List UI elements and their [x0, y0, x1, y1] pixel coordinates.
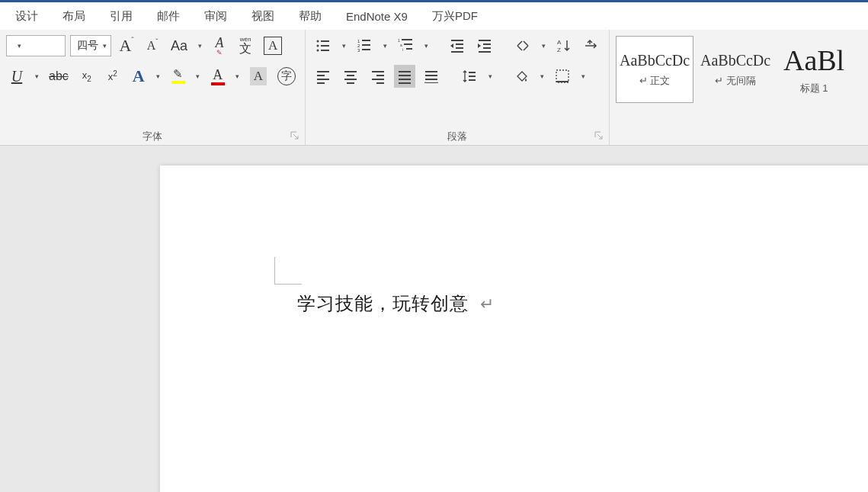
change-case-dropdown[interactable]: ▾	[195, 34, 204, 57]
borders-button[interactable]	[551, 65, 574, 88]
underline-icon: U	[11, 68, 22, 85]
font-color-icon: A	[211, 68, 225, 85]
bullets-dropdown[interactable]: ▾	[339, 34, 348, 57]
style-preview: AaBl	[783, 43, 844, 77]
font-size-value: 四号	[77, 39, 98, 53]
underline-dropdown[interactable]: ▾	[32, 65, 41, 88]
char-border-button[interactable]: A	[261, 34, 285, 57]
menu-help[interactable]: 帮助	[287, 5, 334, 28]
svg-rect-43	[399, 82, 411, 84]
menu-wanxingpdf[interactable]: 万兴PDF	[420, 5, 490, 28]
decrease-indent-button[interactable]	[446, 34, 469, 57]
svg-rect-9	[362, 44, 370, 46]
align-left-button[interactable]	[312, 65, 335, 88]
borders-dropdown[interactable]: ▾	[578, 65, 588, 88]
document-workspace[interactable]: 学习技能，玩转创意 ↵	[0, 146, 868, 492]
menu-layout[interactable]: 布局	[50, 5, 98, 28]
svg-rect-42	[399, 79, 411, 80]
svg-rect-35	[347, 82, 354, 84]
paragraph-dialog-launcher[interactable]	[594, 130, 604, 141]
char-shading-button[interactable]: A	[247, 65, 270, 88]
numbering-button[interactable]: 123	[353, 34, 376, 57]
multilevel-dropdown[interactable]: ▾	[421, 34, 431, 57]
margin-corner-mark	[274, 257, 302, 285]
style-preview: AaBbCcDc	[620, 52, 690, 69]
numbering-dropdown[interactable]: ▾	[380, 34, 389, 57]
font-color-button[interactable]: A	[207, 65, 229, 88]
justify-button[interactable]	[394, 65, 415, 88]
font-size-combo[interactable]: 四号 ▾	[70, 35, 111, 56]
svg-rect-39	[376, 82, 384, 84]
shading-dropdown[interactable]: ▾	[537, 65, 546, 88]
menu-mailings[interactable]: 邮件	[145, 5, 192, 28]
bullets-button[interactable]	[312, 34, 335, 57]
highlight-button[interactable]: ✎	[168, 65, 189, 88]
shrink-font-button[interactable]: Aˇ	[142, 34, 163, 57]
change-case-label: Aa	[171, 38, 187, 54]
align-center-icon	[342, 68, 359, 85]
line-spacing-dropdown[interactable]: ▾	[485, 65, 495, 88]
strikethrough-button[interactable]: abc	[46, 65, 72, 88]
sort-button[interactable]: AZ	[553, 34, 575, 57]
text-effects-dropdown[interactable]: ▾	[154, 65, 163, 88]
svg-rect-23	[483, 43, 491, 45]
clear-formatting-button[interactable]: A ✎	[209, 34, 230, 57]
font-color-dropdown[interactable]: ▾	[233, 65, 242, 88]
increase-indent-button[interactable]	[473, 34, 496, 57]
svg-rect-3	[321, 45, 329, 47]
asian-layout-button[interactable]	[511, 34, 534, 57]
paragraph-mark-icon: ↵	[480, 294, 495, 314]
svg-rect-31	[317, 82, 325, 84]
svg-rect-52	[556, 81, 569, 82]
svg-text:i: i	[402, 47, 403, 52]
svg-rect-30	[317, 79, 329, 80]
svg-text:A: A	[557, 39, 562, 46]
highlight-dropdown[interactable]: ▾	[194, 65, 203, 88]
grow-font-button[interactable]: Aˆ	[116, 34, 137, 57]
asian-layout-dropdown[interactable]: ▾	[539, 34, 548, 57]
menu-references[interactable]: 引用	[98, 5, 145, 28]
svg-rect-40	[399, 71, 411, 72]
superscript-button[interactable]: x2	[102, 65, 123, 88]
superscript-icon: x2	[108, 69, 117, 82]
svg-rect-25	[479, 51, 491, 53]
svg-rect-28	[317, 71, 329, 72]
change-case-button[interactable]: Aa	[168, 34, 191, 57]
document-page[interactable]: 学习技能，玩转创意 ↵	[160, 166, 868, 492]
enclose-char-icon: 字	[277, 67, 296, 85]
multilevel-list-button[interactable]: 1ai	[394, 34, 417, 57]
svg-rect-19	[456, 43, 463, 45]
menu-review[interactable]: 审阅	[192, 5, 239, 28]
document-body-text[interactable]: 学习技能，玩转创意 ↵	[297, 291, 495, 316]
ruby-base: 文	[239, 43, 251, 55]
menu-endnote[interactable]: EndNote X9	[334, 5, 420, 27]
enclose-char-button[interactable]: 字	[274, 65, 299, 88]
svg-rect-1	[321, 40, 329, 42]
svg-rect-36	[372, 71, 384, 72]
multilevel-icon: 1ai	[397, 37, 414, 54]
font-color-bar	[211, 82, 225, 85]
subscript-button[interactable]: x2	[76, 65, 98, 88]
menu-view[interactable]: 视图	[239, 5, 287, 28]
char-border-icon: A	[264, 37, 282, 55]
align-center-button[interactable]	[339, 65, 362, 88]
distribute-button[interactable]	[420, 65, 443, 88]
menu-design[interactable]: 设计	[3, 5, 50, 28]
line-spacing-button[interactable]	[458, 65, 481, 88]
svg-text:Z: Z	[557, 47, 561, 53]
indent-icon	[476, 37, 493, 54]
align-right-button[interactable]	[367, 65, 389, 88]
shading-button[interactable]	[510, 65, 533, 88]
underline-button[interactable]: U	[6, 65, 27, 88]
text-effects-button[interactable]: A	[128, 65, 149, 88]
font-dialog-launcher[interactable]	[290, 130, 300, 141]
font-name-combo[interactable]: ▾	[6, 35, 66, 56]
phonetic-guide-button[interactable]: wén 文	[235, 34, 256, 57]
style-heading1[interactable]: AaBl 标题 1	[777, 36, 850, 103]
style-name: 标题 1	[800, 82, 828, 95]
style-normal[interactable]: AaBbCcDc ↵ 正文	[616, 36, 693, 103]
style-no-spacing[interactable]: AaBbCcDc ↵ 无间隔	[697, 36, 774, 103]
group-paragraph: ▾ 123 ▾ 1ai ▾	[306, 30, 610, 145]
show-marks-button[interactable]	[580, 34, 603, 57]
style-name: ↵ 无间隔	[715, 74, 756, 88]
